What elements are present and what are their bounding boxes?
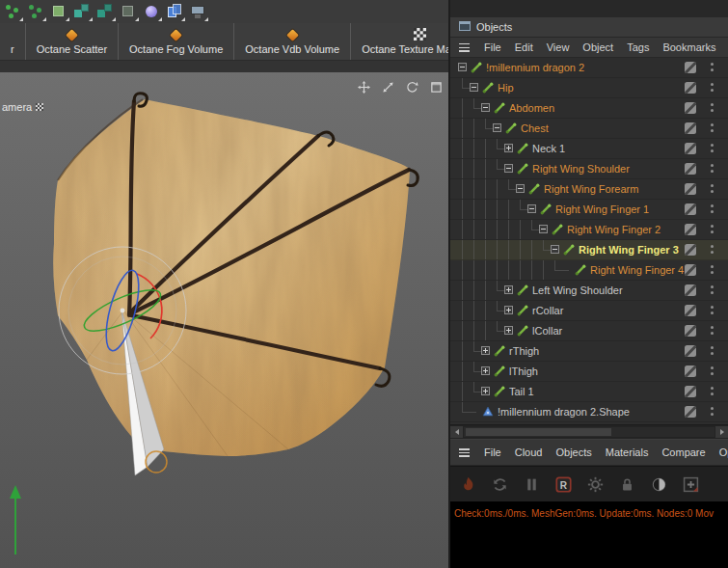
contrast-icon[interactable] (646, 472, 671, 497)
edit-tag-icon[interactable] (685, 264, 696, 276)
hamburger-icon[interactable] (459, 43, 470, 52)
tree-row[interactable]: !millennium dragon 2 (450, 58, 728, 78)
collapse-icon[interactable] (458, 63, 467, 71)
edit-tag-icon[interactable] (685, 224, 696, 235)
boole-icon[interactable] (95, 2, 116, 21)
visibility-dots-icon[interactable] (711, 245, 714, 257)
visibility-dots-icon[interactable] (711, 387, 714, 398)
visibility-dots-icon[interactable] (711, 123, 714, 135)
sphere-icon[interactable] (142, 2, 162, 21)
documents-icon[interactable] (165, 2, 185, 21)
expand-icon[interactable] (481, 387, 490, 395)
menu-view[interactable]: View (540, 41, 577, 53)
scroll-right-icon[interactable] (715, 426, 728, 438)
edit-tag-icon[interactable] (685, 82, 696, 94)
edit-tag-icon[interactable] (685, 143, 696, 154)
expand-icon[interactable] (481, 366, 490, 375)
expand-icon[interactable] (504, 285, 513, 294)
metaball-icon[interactable] (72, 2, 93, 21)
collapse-icon[interactable] (493, 123, 501, 132)
tree-row[interactable]: lCollar (450, 321, 728, 341)
tree-row[interactable]: Left Wing Shoulder (450, 281, 728, 301)
camera-label-group[interactable]: amera (2, 101, 43, 113)
scroll-left-icon[interactable] (450, 426, 463, 438)
edit-tag-icon[interactable] (685, 183, 696, 195)
maximize-icon[interactable] (429, 80, 443, 94)
visibility-dots-icon[interactable] (711, 407, 714, 419)
collapse-icon[interactable] (527, 204, 536, 213)
scroll-track[interactable] (464, 427, 715, 437)
objects-panel-header[interactable]: Objects (450, 17, 728, 38)
menu-file[interactable]: File (477, 41, 508, 53)
tree-row[interactable]: rThigh (450, 341, 728, 362)
visibility-dots-icon[interactable] (711, 144, 714, 155)
expand-icon[interactable] (481, 346, 490, 355)
lock-icon[interactable] (614, 472, 639, 497)
tree-row[interactable]: Right Wing Finger 2 (450, 220, 728, 240)
edit-tag-icon[interactable] (685, 62, 696, 73)
edit-tag-icon[interactable] (685, 284, 696, 296)
tree-row[interactable]: Neck 1 (450, 139, 728, 159)
edit-tag-icon[interactable] (685, 122, 696, 134)
tree-row[interactable]: !millennium dragon 2.Shape (450, 402, 728, 422)
tree-row[interactable]: Right Wing Finger 4 (450, 260, 728, 281)
tree-row[interactable]: Right Wing Forearm (450, 179, 728, 200)
tab-octane-vdb-volume[interactable]: Octane Vdb Volume (234, 23, 351, 60)
visibility-dots-icon[interactable] (711, 204, 714, 216)
menu-tags[interactable]: Tags (620, 41, 656, 53)
collapse-icon[interactable] (504, 164, 513, 173)
tab-octane-fog-volume[interactable]: Octane Fog Volume (119, 23, 234, 60)
orbit-icon[interactable] (405, 80, 418, 94)
tree-row[interactable]: Right Wing Shoulder (450, 159, 728, 179)
pause-icon[interactable] (519, 472, 544, 497)
tree-row[interactable]: Tail 1 (450, 382, 728, 402)
edit-tag-icon[interactable] (685, 365, 696, 377)
tab-octane-scatter[interactable]: Octane Scatter (26, 23, 119, 60)
flame-icon[interactable] (455, 472, 480, 497)
menu2-objects[interactable]: Objects (549, 446, 598, 458)
visibility-dots-icon[interactable] (711, 346, 714, 358)
tree-row[interactable]: lThigh (450, 362, 728, 382)
menu-object[interactable]: Object (576, 41, 620, 53)
visibility-dots-icon[interactable] (711, 184, 714, 196)
tree-row[interactable]: Abdomen (450, 98, 728, 119)
menu2-file[interactable]: File (477, 446, 508, 458)
edit-tag-icon[interactable] (685, 305, 696, 316)
tree-row[interactable]: Right Wing Finger 3 (450, 240, 728, 260)
visibility-dots-icon[interactable] (711, 103, 714, 115)
instance-icon[interactable] (49, 2, 69, 21)
horizontal-scrollbar[interactable] (450, 424, 728, 440)
visibility-dots-icon[interactable] (711, 265, 714, 277)
edit-tag-icon[interactable] (685, 325, 696, 337)
edit-tag-icon[interactable] (685, 163, 696, 175)
collapse-icon[interactable] (481, 103, 490, 112)
menu-bookmarks[interactable]: Bookmarks (656, 41, 722, 53)
add-icon[interactable] (678, 472, 703, 497)
edit-tag-icon[interactable] (685, 386, 696, 397)
hamburger-icon-2[interactable] (459, 448, 470, 457)
visibility-dots-icon[interactable] (711, 225, 714, 236)
visibility-dots-icon[interactable] (711, 285, 714, 297)
edit-tag-icon[interactable] (685, 345, 696, 357)
tree-row[interactable]: rCollar (450, 301, 728, 321)
tree-row[interactable]: Hip (450, 78, 728, 98)
particles-icon[interactable] (3, 2, 23, 21)
gear-icon[interactable] (582, 472, 607, 497)
menu2-cloud[interactable]: Cloud (508, 446, 550, 458)
menu2-materials[interactable]: Materials (599, 446, 656, 458)
refresh-icon[interactable] (487, 472, 512, 497)
render-r-icon[interactable]: R (551, 472, 576, 497)
scroll-thumb[interactable] (466, 428, 611, 436)
expand-icon[interactable] (504, 306, 513, 314)
pan-icon[interactable] (357, 80, 370, 94)
visibility-dots-icon[interactable] (711, 306, 714, 317)
menu2-op[interactable]: Op (713, 446, 728, 458)
viewport-3d[interactable]: amera (0, 72, 448, 568)
visibility-dots-icon[interactable] (711, 164, 714, 176)
tab-r[interactable]: r (0, 23, 26, 60)
edit-tag-icon[interactable] (685, 102, 696, 114)
collapse-icon[interactable] (539, 225, 548, 233)
edit-tag-icon[interactable] (685, 244, 696, 256)
display-icon[interactable] (188, 2, 208, 21)
edit-tag-icon[interactable] (685, 406, 696, 418)
